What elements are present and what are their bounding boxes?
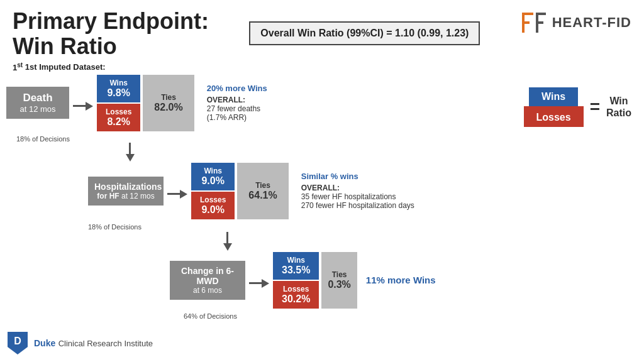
ties-label-2: Ties [248, 181, 277, 190]
overall-label: Overall Win Ratio (99%CI) = 1.10 (0.99, … [260, 28, 469, 38]
hf-title: Hospitalizations [94, 182, 157, 192]
mwd-box: Change in 6-MWD at 6 mos [170, 261, 245, 300]
formula-wins: Wins [529, 87, 578, 106]
death-decisions-text: 18% of Decisions [16, 135, 70, 143]
ties-label-1: Ties [154, 93, 182, 102]
ties-box-1: Ties 82.0% [143, 75, 194, 131]
wins-label-3: Wins [282, 256, 310, 265]
annotation-overall-1: OVERALL: 27 fewer deaths (1.7% ARR) [207, 96, 267, 122]
overall-label-1: OVERALL: [207, 96, 245, 104]
row2: Hospitalizations for HF at 12 mos Wins 9… [88, 163, 638, 219]
losses-box-3: Losses 30.2% [273, 281, 319, 309]
hf-decisions-text: 18% of Decisions [88, 223, 142, 231]
losses-pct-2: 9.0% [200, 204, 226, 216]
svg-rect-2 [522, 21, 530, 24]
dataset-label: 1st 1st Imputed Dataset: [0, 61, 644, 72]
duke-name-text: Duke [34, 338, 55, 348]
mwd-title: Change in 6-MWD [176, 266, 239, 286]
wins-label-1: Wins [106, 79, 131, 87]
wins-box-2: Wins 9.0% [191, 163, 235, 190]
row3: Change in 6-MWD at 6 mos Wins 33.5% Loss… [170, 252, 638, 309]
win-ratio-formula: Wins Losses = Win Ratio [524, 81, 632, 127]
annotation-1: 20% more Wins OVERALL: 27 fewer deaths (… [207, 84, 267, 122]
formula-result-line2: Ratio [606, 107, 631, 118]
logo: HEART-FID [521, 11, 631, 34]
ties-label-3: Ties [328, 270, 350, 279]
duke-shield: D [6, 331, 29, 356]
formula-equals: = [590, 97, 600, 117]
annotation-detail1-2: 35 fewer HF hospitalizations [301, 192, 396, 201]
arrow-down-1 [129, 143, 131, 162]
losses-box-1: Losses 8.2% [97, 104, 140, 131]
wins-label-2: Wins [200, 167, 226, 175]
ties-box-3: Ties 0.3% [321, 252, 357, 309]
overall-win-ratio-box: Overall Win Ratio (99%CI) = 1.10 (0.99, … [249, 21, 480, 45]
wins-pct-2: 9.0% [200, 175, 226, 187]
duke-name: Duke Clinical Research Institute [34, 337, 153, 349]
death-decisions: 18% of Decisions [16, 133, 638, 144]
ties-box-2: Ties 64.1% [237, 163, 288, 219]
annotation-detail1-1: 27 fewer deaths [207, 104, 260, 113]
title-line1: Primary Endpoint: [13, 8, 209, 34]
mwd-decisions-text: 64% of Decisions [184, 312, 237, 320]
wins-losses-col-3: Wins 33.5% Losses 30.2% [273, 252, 319, 309]
losses-label-3: Losses [282, 285, 310, 293]
annotation-11-text: 11% more Wins [366, 275, 436, 285]
page-title: Primary Endpoint: Win Ratio [13, 9, 209, 58]
hf-decisions: 18% of Decisions [88, 221, 638, 232]
losses-pct-1: 8.2% [106, 116, 131, 128]
header: Primary Endpoint: Win Ratio Overall Win … [0, 0, 644, 58]
ties-pct-2: 64.1% [248, 190, 277, 201]
wins-box-1: Wins 9.8% [97, 75, 140, 102]
wlt-block-1: Wins 9.8% Losses 8.2% Ties 82.0% [97, 75, 194, 131]
formula-container: Wins Losses = Win Ratio [524, 87, 632, 127]
death-title: Death [14, 92, 62, 104]
arrow-down-2 [226, 232, 228, 251]
annotation-11pct: 11% more Wins [366, 275, 436, 285]
hf-sub-text: at 12 mos [121, 192, 155, 200]
arrow-hf-to-wlt2 [167, 190, 187, 199]
hf-title-text: Hospitalizations [94, 182, 162, 192]
ties-pct-1: 82.0% [154, 102, 182, 113]
losses-box-2: Losses 9.0% [191, 192, 235, 219]
svg-rect-5 [536, 21, 543, 24]
losses-pct-3: 30.2% [282, 293, 310, 305]
annotation-3: 11% more Wins [366, 275, 436, 285]
losses-label-2: Losses [200, 195, 226, 204]
mwd-subtitle: at 6 mos [176, 286, 239, 295]
death-subtitle: at 12 mos [14, 104, 62, 114]
duke-shield-icon: D [6, 331, 29, 356]
arrow-death-to-wlt1 [73, 102, 93, 111]
mwd-decisions: 64% of Decisions [184, 310, 638, 321]
arrow-mwd-to-wlt3 [249, 279, 269, 288]
duke-logo: D Duke Clinical Research Institute [6, 331, 153, 356]
wlt-block-3: Wins 33.5% Losses 30.2% Ties 0.3% [273, 252, 357, 309]
formula-fraction: Wins Losses [524, 87, 584, 127]
overall-label-2: OVERALL: [301, 184, 340, 192]
wins-pct-3: 33.5% [282, 265, 310, 276]
ties-pct-3: 0.3% [328, 279, 350, 290]
losses-label-1: Losses [106, 107, 131, 116]
annotation-wins-1: 20% more Wins [207, 84, 267, 93]
wins-box-3: Wins 33.5% [273, 252, 319, 280]
formula-losses: Losses [524, 108, 584, 127]
wlt-block-2: Wins 9.0% Losses 9.0% Ties 64.1% [191, 163, 289, 219]
formula-result-line1: Win [609, 96, 628, 106]
annotation-detail2-1: (1.7% ARR) [207, 113, 247, 122]
logo-text: HEART-FID [552, 14, 631, 31]
wins-losses-col-2: Wins 9.0% Losses 9.0% [191, 163, 235, 219]
heart-fid-logo-icon [521, 11, 548, 34]
svg-text:D: D [14, 336, 21, 346]
death-box: Death at 12 mos [6, 87, 69, 119]
duke-subtitle: Clinical Research Institute [58, 339, 153, 348]
annotation-2: Similar % wins OVERALL: 35 fewer HF hosp… [301, 172, 414, 210]
hf-box: Hospitalizations for HF at 12 mos [88, 177, 164, 206]
hf-bold-text: for HF [97, 192, 119, 200]
title-line2: Win Ratio [13, 33, 117, 59]
wins-pct-1: 9.8% [106, 87, 131, 99]
dataset-superscript: 1st [13, 63, 25, 72]
annotation-similar: Similar % wins [301, 172, 414, 181]
svg-rect-4 [536, 13, 546, 15]
wins-losses-col-1: Wins 9.8% Losses 8.2% [97, 75, 140, 131]
annotation-overall-2: OVERALL: 35 fewer HF hospitalizations 27… [301, 184, 414, 210]
